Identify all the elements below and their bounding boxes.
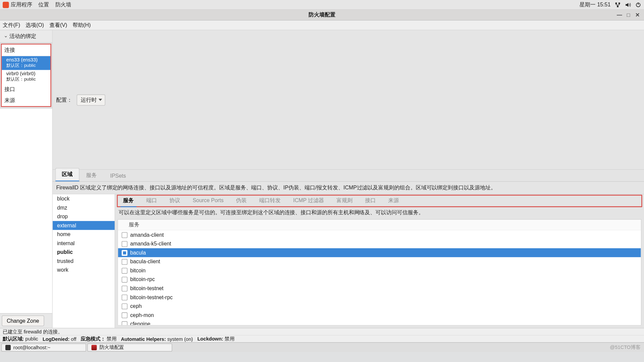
zone-config-tab[interactable]: ICMP 过滤器 (290, 195, 327, 207)
taskbar-task-label: 防火墙配置 (99, 344, 124, 351)
connection-name: virbr0 (virbr0) (6, 71, 48, 76)
statusbar-message: 已建立至 firewalld 的连接。 (0, 328, 644, 335)
zone-config-tab[interactable]: 端口转发 (256, 195, 283, 207)
menu-help[interactable]: 帮助(H) (73, 21, 91, 29)
service-row[interactable]: bitcoin (118, 266, 641, 275)
service-label: bacula-client (130, 259, 160, 265)
config-label: 配置： (56, 96, 72, 104)
power-icon[interactable] (635, 1, 641, 8)
content-area: 配置： 运行时 区域服务IPSets FirewallD 区域定义了绑定的网络连… (53, 30, 644, 328)
service-label: amanda-k5-client (130, 241, 171, 247)
svg-rect-2 (617, 5, 618, 7)
menu-file[interactable]: 文件(F) (3, 21, 20, 29)
zone-list[interactable]: blockdmzdropexternalhomeinternalpublictr… (53, 194, 115, 328)
service-checkbox[interactable] (122, 250, 127, 256)
sysbar-item-places[interactable]: 位置 (38, 1, 49, 9)
service-row[interactable]: bacula-client (118, 257, 641, 266)
service-checkbox[interactable] (122, 259, 127, 264)
volume-icon[interactable] (625, 1, 631, 8)
service-checkbox[interactable] (122, 294, 127, 300)
service-row[interactable]: bitcoin-testnet (118, 284, 641, 293)
zone-item[interactable]: work (53, 266, 115, 275)
service-checkbox[interactable] (122, 241, 127, 246)
main-tab[interactable]: 服务 (79, 169, 104, 181)
change-zone-button[interactable]: Change Zone (2, 315, 44, 326)
service-row[interactable]: ceph (118, 302, 641, 311)
zone-item[interactable]: external (53, 221, 115, 230)
zone-config-tab[interactable]: 协议 (167, 195, 183, 207)
service-label: bacula (130, 250, 146, 256)
main-tab[interactable]: 区域 (55, 168, 80, 181)
zone-item[interactable]: block (53, 194, 115, 203)
zone-config-tabbar: 服务端口协议Source Ports伪装端口转发ICMP 过滤器富规则接口来源 (117, 195, 642, 207)
services-list[interactable]: 服务 amanda-clientamanda-k5-clientbaculaba… (118, 219, 641, 325)
zone-config-tab[interactable]: 接口 (362, 195, 378, 207)
service-label: ceph (130, 303, 142, 309)
service-label: bitcoin-rpc (130, 276, 155, 283)
service-label: bitcoin-testnet (130, 285, 163, 291)
zone-item[interactable]: trusted (53, 257, 115, 266)
sidebar-section-connections: 连接 (2, 45, 50, 56)
service-row[interactable]: cfengine (118, 319, 641, 325)
svg-rect-1 (618, 2, 620, 4)
service-row[interactable]: bitcoin-rpc (118, 275, 641, 284)
zone-config-tab[interactable]: 伪装 (233, 195, 249, 207)
window-title: 防火墙配置 (309, 11, 335, 19)
service-checkbox[interactable] (122, 276, 127, 282)
service-checkbox[interactable] (122, 312, 127, 318)
zone-item[interactable]: public (53, 248, 115, 257)
zone-config-tab[interactable]: 来源 (386, 195, 402, 207)
zone-item[interactable]: internal (53, 239, 115, 248)
watermark: @51CTO博客 (610, 344, 641, 351)
network-icon[interactable] (614, 1, 621, 8)
taskbar-task[interactable]: 防火墙配置 (87, 343, 172, 351)
config-dropdown-value: 运行时 (81, 96, 97, 103)
service-checkbox[interactable] (122, 232, 127, 238)
sidebar-expander[interactable]: ⌄ 活动的绑定 (0, 30, 52, 43)
service-row[interactable]: amanda-k5-client (118, 239, 641, 248)
connection-subtext: 默认区：public (6, 76, 48, 83)
menu-view[interactable]: 查看(V) (49, 21, 67, 29)
service-checkbox[interactable] (122, 303, 127, 309)
menu-options[interactable]: 选项(O) (26, 21, 44, 29)
service-row[interactable]: amanda-client (118, 230, 641, 239)
zone-config-tab[interactable]: 服务 (120, 195, 136, 207)
zone-config-tab[interactable]: 富规则 (334, 195, 355, 207)
config-dropdown[interactable]: 运行时 (77, 94, 105, 105)
zone-description: FirewallD 区域定义了绑定的网络连接、接口以及源地址的可信程度。区域是服… (53, 182, 644, 194)
config-row: 配置： 运行时 (53, 30, 644, 170)
taskbar-task[interactable]: root@localhost:~ (1, 343, 86, 351)
service-checkbox[interactable] (122, 285, 127, 291)
zone-item[interactable]: drop (53, 212, 115, 221)
service-label: bitcoin-testnet-rpc (130, 294, 173, 301)
zone-item[interactable]: home (53, 230, 115, 239)
service-row[interactable]: bacula (118, 248, 641, 257)
status-lockdown-key: Lockdown: (197, 336, 223, 341)
sysbar-item-firewall[interactable]: 防火墙 (55, 1, 72, 9)
zone-config-tab[interactable]: 端口 (144, 195, 160, 207)
zone-config-tab[interactable]: Source Ports (190, 196, 226, 207)
status-message: 已建立至 firewalld 的连接。 (3, 328, 63, 335)
sidebar-connection[interactable]: ens33 (ens33)默认区：public (2, 56, 50, 70)
status-default-zone-val: public (25, 336, 38, 341)
svg-rect-0 (615, 2, 617, 4)
window-minimize-button[interactable]: — (616, 12, 623, 18)
window-maximize-button[interactable]: □ (625, 12, 632, 18)
service-label: amanda-client (130, 232, 164, 238)
status-helpers-val: system (on) (167, 336, 193, 342)
sidebar-section-sources: 来源 (2, 95, 50, 106)
sysbar-item-apps[interactable]: 应用程序 (11, 1, 32, 9)
services-description: 可以在这里定义区域中哪些服务是可信的。可连接至绑定到这个区域的连接、接口和源的所… (115, 207, 644, 218)
service-checkbox[interactable] (122, 321, 127, 325)
service-row[interactable]: ceph-mon (118, 311, 641, 320)
sidebar-connection[interactable]: virbr0 (virbr0)默认区：public (2, 70, 50, 84)
main-tab[interactable]: IPSets (104, 170, 133, 181)
chevron-down-icon: ⌄ (4, 33, 8, 39)
window-close-button[interactable]: ✕ (634, 12, 641, 18)
connection-name: ens33 (ens33) (6, 57, 48, 62)
status-logdenied-val: off (71, 336, 76, 342)
service-row[interactable]: bitcoin-testnet-rpc (118, 293, 641, 302)
activities-icon[interactable] (3, 2, 9, 8)
service-checkbox[interactable] (122, 268, 127, 273)
zone-item[interactable]: dmz (53, 203, 115, 212)
